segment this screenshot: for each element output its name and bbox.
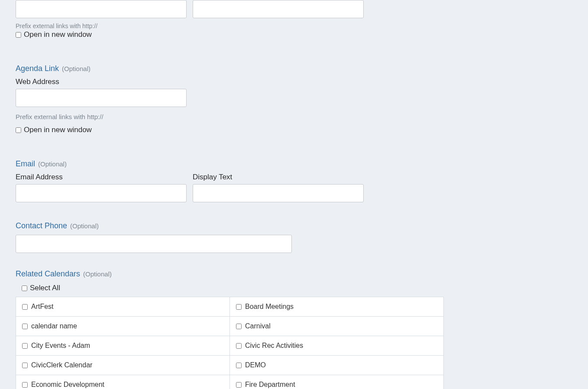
calendar-label: Fire Department bbox=[245, 381, 295, 389]
calendar-item[interactable]: Fire Department bbox=[236, 381, 437, 389]
email-optional: (Optional) bbox=[38, 160, 67, 168]
agenda-web-address-input[interactable] bbox=[16, 89, 187, 107]
calendar-checkbox[interactable] bbox=[236, 363, 242, 368]
calendar-checkbox[interactable] bbox=[22, 343, 28, 349]
calendar-item[interactable]: CivicClerk Calendar bbox=[22, 361, 223, 369]
calendar-label: Board Meetings bbox=[245, 303, 294, 311]
calendar-checkbox[interactable] bbox=[22, 304, 28, 310]
calendar-label: calendar name bbox=[31, 322, 77, 330]
calendar-checkbox[interactable] bbox=[22, 382, 28, 388]
calendar-item[interactable]: Economic Development bbox=[22, 381, 223, 389]
email-display-text-input[interactable] bbox=[193, 184, 364, 202]
agenda-open-new-window-checkbox[interactable] bbox=[16, 127, 21, 133]
contact-phone-input[interactable] bbox=[16, 235, 292, 253]
calendar-item[interactable]: City Events - Adam bbox=[22, 342, 223, 350]
open-new-window-top-row[interactable]: Open in new window bbox=[16, 30, 572, 39]
email-address-input[interactable] bbox=[16, 184, 187, 202]
agenda-open-new-window-label: Open in new window bbox=[24, 126, 92, 134]
calendar-item[interactable]: Carnival bbox=[236, 322, 437, 330]
calendar-label: CivicClerk Calendar bbox=[31, 361, 92, 369]
calendar-label: Economic Development bbox=[31, 381, 104, 389]
agenda-link-optional: (Optional) bbox=[62, 65, 90, 72]
related-calendars-optional: (Optional) bbox=[83, 270, 112, 278]
calendars-table: ArtFestBoard Meetingscalendar nameCarniv… bbox=[16, 297, 444, 389]
select-all-row[interactable]: Select All bbox=[16, 284, 572, 292]
calendar-label: Civic Rec Activities bbox=[245, 342, 303, 350]
email-title: Email (Optional) bbox=[16, 159, 572, 169]
agenda-hint: Prefix external links with http:// bbox=[16, 113, 572, 120]
open-new-window-top-checkbox[interactable] bbox=[16, 32, 21, 38]
agenda-link-section: Agenda Link (Optional) Web Address Prefi… bbox=[16, 64, 572, 134]
calendar-item[interactable]: Board Meetings bbox=[236, 303, 437, 311]
top-input-right[interactable] bbox=[193, 0, 364, 18]
agenda-open-new-window-row[interactable]: Open in new window bbox=[16, 126, 572, 134]
calendar-checkbox[interactable] bbox=[236, 324, 242, 329]
calendar-checkbox[interactable] bbox=[236, 304, 242, 310]
contact-phone-optional: (Optional) bbox=[70, 222, 99, 230]
agenda-web-address-label: Web Address bbox=[16, 78, 572, 86]
calendar-checkbox[interactable] bbox=[236, 382, 242, 388]
select-all-checkbox[interactable] bbox=[22, 285, 27, 291]
calendar-checkbox[interactable] bbox=[236, 343, 242, 349]
related-calendars-title: Related Calendars (Optional) bbox=[16, 269, 572, 279]
select-all-label: Select All bbox=[30, 284, 60, 292]
calendar-item[interactable]: DEMO bbox=[236, 361, 437, 369]
calendar-checkbox[interactable] bbox=[22, 324, 28, 329]
calendar-label: Carnival bbox=[245, 322, 271, 330]
calendar-label: City Events - Adam bbox=[31, 342, 90, 350]
email-display-text-label: Display Text bbox=[193, 173, 364, 182]
calendar-checkbox[interactable] bbox=[22, 363, 28, 368]
contact-phone-section: Contact Phone (Optional) bbox=[16, 221, 572, 253]
calendar-label: DEMO bbox=[245, 361, 266, 369]
top-input-left[interactable] bbox=[16, 0, 187, 18]
calendar-label: ArtFest bbox=[31, 303, 54, 311]
email-address-label: Email Address bbox=[16, 173, 187, 182]
open-new-window-top-label: Open in new window bbox=[24, 30, 92, 39]
calendar-item[interactable]: ArtFest bbox=[22, 303, 223, 311]
related-calendars-section: Related Calendars (Optional) Select All … bbox=[16, 269, 572, 389]
calendar-item[interactable]: Civic Rec Activities bbox=[236, 342, 437, 350]
agenda-link-title: Agenda Link (Optional) bbox=[16, 64, 572, 73]
email-section: Email (Optional) Email Address Display T… bbox=[16, 159, 572, 202]
top-hint: Prefix external links with http:// bbox=[16, 23, 572, 29]
contact-phone-title: Contact Phone (Optional) bbox=[16, 221, 572, 230]
calendar-item[interactable]: calendar name bbox=[22, 322, 223, 330]
